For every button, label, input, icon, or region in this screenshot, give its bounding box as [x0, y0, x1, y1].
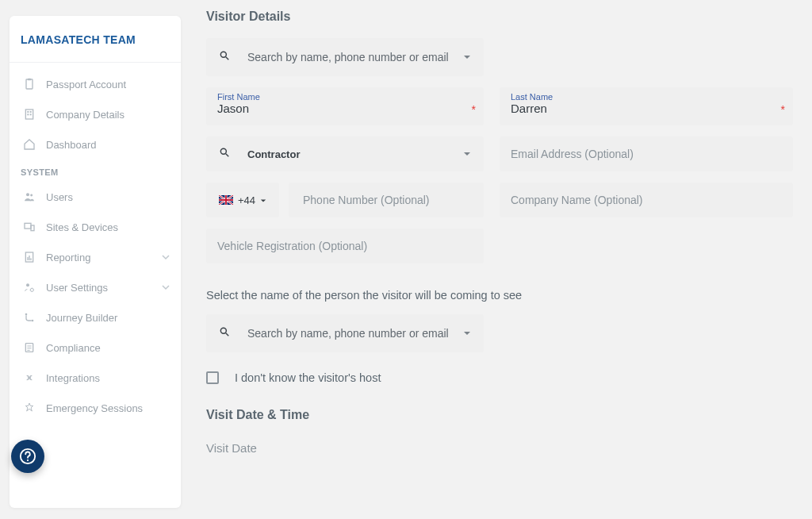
- email-placeholder: Email Address (Optional): [511, 148, 634, 160]
- sidebar-item-emergency-sessions[interactable]: Emergency Sessions: [10, 393, 181, 423]
- nav: Passport Account Company Details Dashboa…: [10, 63, 181, 429]
- sidebar-item-label: Compliance: [46, 342, 101, 354]
- svg-point-15: [26, 283, 29, 286]
- brand-name: LAMASATECH TEAM: [21, 33, 170, 46]
- svg-rect-12: [27, 257, 28, 260]
- sidebar-item-compliance[interactable]: Compliance: [10, 333, 181, 363]
- sidebar-item-integrations[interactable]: Integrations: [10, 363, 181, 393]
- home-icon: [21, 137, 38, 152]
- company-placeholder: Company Name (Optional): [511, 194, 643, 206]
- sidebar-item-company-details[interactable]: Company Details: [10, 99, 181, 129]
- last-name-value: Darren: [511, 102, 782, 115]
- sidebar-item-passport-account[interactable]: Passport Account: [10, 69, 181, 99]
- svg-rect-28: [219, 199, 233, 201]
- sidebar-item-label: Journey Builder: [46, 312, 117, 324]
- phone-country-code[interactable]: +44: [206, 183, 279, 217]
- svg-point-32: [27, 459, 29, 461]
- sidebar-item-label: Integrations: [46, 372, 100, 384]
- category-value: Contractor: [247, 148, 300, 160]
- integrations-icon: [21, 371, 38, 385]
- svg-point-17: [25, 313, 28, 316]
- visitor-category-dropdown[interactable]: Contractor: [206, 136, 484, 171]
- phone-placeholder: Phone Number (Optional): [303, 194, 430, 206]
- svg-point-16: [30, 288, 33, 291]
- help-button[interactable]: [11, 440, 44, 473]
- svg-rect-10: [31, 225, 34, 231]
- sidebar-item-reporting[interactable]: Reporting: [10, 242, 181, 272]
- svg-point-7: [26, 193, 29, 196]
- search-placeholder: Search by name, phone number or email: [247, 51, 449, 63]
- first-name-field[interactable]: First Name Jason *: [206, 87, 484, 125]
- company-name-field[interactable]: Company Name (Optional): [500, 183, 793, 217]
- unknown-host-checkbox-row[interactable]: I don't know the visitor's host: [206, 363, 793, 403]
- required-star: *: [781, 103, 785, 116]
- svg-rect-3: [27, 111, 29, 113]
- sidebar-item-journey-builder[interactable]: Journey Builder: [10, 302, 181, 333]
- sidebar-item-label: Dashboard: [46, 139, 97, 151]
- email-field[interactable]: Email Address (Optional): [500, 136, 793, 171]
- flag-uk-icon: [219, 195, 233, 205]
- caret-down-icon: [463, 326, 471, 340]
- svg-rect-6: [30, 113, 32, 115]
- svg-point-29: [220, 328, 226, 333]
- unknown-host-label: I don't know the visitor's host: [235, 371, 381, 384]
- svg-point-8: [30, 194, 33, 197]
- svg-rect-2: [25, 110, 33, 119]
- phone-code-value: +44: [238, 194, 255, 206]
- sidebar-item-label: Reporting: [46, 252, 90, 263]
- first-name-value: Jason: [217, 102, 473, 115]
- svg-point-20: [220, 52, 226, 57]
- svg-rect-14: [30, 258, 31, 260]
- svg-line-23: [226, 154, 229, 157]
- sidebar-item-dashboard[interactable]: Dashboard: [10, 129, 181, 160]
- sidebar-item-label: Company Details: [46, 109, 124, 121]
- sidebar-item-label: Users: [46, 191, 73, 203]
- svg-rect-5: [27, 113, 29, 115]
- sidebar-item-user-settings[interactable]: User Settings: [10, 272, 181, 302]
- visit-date-label: Visit Date: [206, 441, 793, 455]
- vehicle-placeholder: Vehicle Registration (Optional): [217, 240, 367, 252]
- vehicle-reg-field[interactable]: Vehicle Registration (Optional): [206, 229, 484, 263]
- sidebar-item-users[interactable]: Users: [10, 182, 181, 212]
- sidebar-item-label: Passport Account: [46, 79, 126, 90]
- first-name-label: First Name: [217, 92, 473, 102]
- required-star: *: [472, 103, 476, 116]
- brand-header: LAMASATECH TEAM: [10, 16, 181, 63]
- user-settings-icon: [21, 280, 38, 294]
- last-name-field[interactable]: Last Name Darren *: [500, 87, 793, 125]
- main-content: Visitor Details Search by name, phone nu…: [190, 0, 812, 519]
- svg-rect-1: [28, 79, 31, 81]
- sidebar-item-sites-devices[interactable]: Sites & Devices: [10, 212, 181, 242]
- chevron-down-icon: [162, 282, 170, 294]
- svg-rect-0: [26, 79, 33, 89]
- users-icon: [21, 190, 38, 204]
- host-search-placeholder: Search by name, phone number or email: [247, 327, 449, 340]
- help-icon: [19, 448, 36, 465]
- caret-down-icon: [260, 194, 266, 206]
- compliance-icon: [21, 340, 38, 355]
- sidebar-section-system: SYSTEM: [10, 160, 181, 182]
- caret-down-icon: [463, 50, 471, 64]
- chevron-down-icon: [162, 252, 170, 263]
- svg-point-22: [220, 148, 226, 154]
- sidebar-item-label: Sites & Devices: [46, 221, 118, 233]
- svg-line-30: [226, 333, 229, 336]
- sidebar: LAMASATECH TEAM Passport Account Company…: [10, 16, 181, 508]
- svg-line-21: [226, 57, 229, 60]
- visitor-search-dropdown[interactable]: Search by name, phone number or email: [206, 38, 484, 76]
- report-icon: [21, 250, 38, 264]
- svg-rect-9: [25, 223, 31, 229]
- building-icon: [21, 107, 38, 121]
- host-search-dropdown[interactable]: Search by name, phone number or email: [206, 314, 484, 352]
- section-title-visit-datetime: Visit Date & Time: [206, 403, 793, 441]
- last-name-label: Last Name: [511, 92, 782, 102]
- sidebar-item-label: Emergency Sessions: [46, 402, 143, 414]
- svg-point-18: [32, 320, 34, 322]
- caret-down-icon: [463, 147, 471, 161]
- sidebar-item-label: User Settings: [46, 282, 108, 294]
- phone-number-field[interactable]: Phone Number (Optional): [289, 183, 484, 217]
- emergency-icon: [21, 401, 38, 415]
- host-helper-text: Select the name of the person the visito…: [206, 275, 793, 314]
- devices-icon: [21, 220, 38, 234]
- checkbox-empty-icon[interactable]: [206, 371, 219, 384]
